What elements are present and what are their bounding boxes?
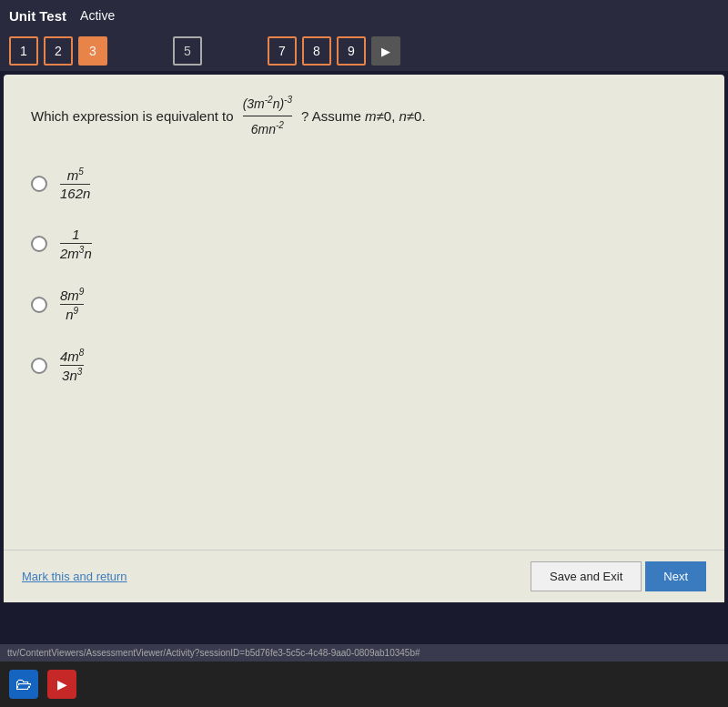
action-buttons: Save and Exit Next xyxy=(531,561,706,591)
save-exit-button[interactable]: Save and Exit xyxy=(531,561,642,591)
q-btn-7[interactable]: 7 xyxy=(268,36,297,66)
next-button[interactable]: Next xyxy=(645,561,706,591)
radio-1[interactable] xyxy=(31,176,47,192)
answer-fraction-2: 1 2m3n xyxy=(60,227,92,261)
taskbar: 🗁 ▶ xyxy=(0,662,728,707)
question-label: Which expression is equivalent to xyxy=(31,106,234,127)
q-btn-3[interactable]: 3 xyxy=(78,36,107,66)
q-btn-5[interactable]: 5 xyxy=(173,36,202,66)
status-badge: Active xyxy=(80,8,115,23)
mark-return-button[interactable]: Mark this and return xyxy=(22,570,127,583)
question-text: Which expression is equivalent to (3m-2n… xyxy=(31,93,697,139)
app-title: Unit Test xyxy=(9,8,66,24)
main-fraction-numerator: (3m-2n)-3 xyxy=(243,93,292,116)
question-assume: ? Assume m≠0, n≠0. xyxy=(301,106,426,127)
answer-num-4: 4m8 xyxy=(60,348,84,364)
main-content: Which expression is equivalent to (3m-2n… xyxy=(4,75,724,602)
youtube-taskbar-icon[interactable]: ▶ xyxy=(47,670,76,699)
q-btn-9[interactable]: 9 xyxy=(337,36,366,66)
answer-fraction-3: 8m9 n9 xyxy=(60,287,84,322)
answer-option-3[interactable]: 8m9 n9 xyxy=(31,287,697,322)
radio-3[interactable] xyxy=(31,297,47,313)
answer-den-3: n9 xyxy=(66,306,78,322)
answer-den-2: 2m3n xyxy=(60,245,92,261)
radio-2[interactable] xyxy=(31,236,47,252)
answer-den-4: 3n3 xyxy=(62,367,82,383)
answer-option-2[interactable]: 1 2m3n xyxy=(31,227,697,261)
answer-num-2: 1 xyxy=(72,227,79,242)
next-arrow-btn[interactable]: ▶ xyxy=(371,36,400,66)
answer-options: m5 162n 1 2m3n 8 xyxy=(31,167,697,383)
url-bar: ttv/ContentViewers/AssessmentViewer/Acti… xyxy=(0,644,728,662)
answer-num-3: 8m9 xyxy=(60,287,84,303)
folder-taskbar-icon[interactable]: 🗁 xyxy=(9,670,38,699)
main-fraction: (3m-2n)-3 6mn-2 xyxy=(243,93,292,139)
answer-option-4[interactable]: 4m8 3n3 xyxy=(31,348,697,383)
question-nav: 1 2 3 5 7 8 9 ▶ xyxy=(0,31,728,71)
answer-fraction-4: 4m8 3n3 xyxy=(60,348,84,383)
answer-den-1: 162n xyxy=(60,186,90,201)
main-fraction-denominator: 6mn-2 xyxy=(251,116,284,139)
answer-fraction-1: m5 162n xyxy=(60,167,90,201)
content-footer: Mark this and return Save and Exit Next xyxy=(4,550,724,602)
q-btn-2[interactable]: 2 xyxy=(44,36,73,66)
radio-4[interactable] xyxy=(31,358,47,374)
q-btn-1[interactable]: 1 xyxy=(9,36,38,66)
answer-option-1[interactable]: m5 162n xyxy=(31,167,697,201)
answer-num-1: m5 xyxy=(67,167,84,183)
q-btn-8[interactable]: 8 xyxy=(302,36,331,66)
top-bar: Unit Test Active xyxy=(0,0,728,31)
